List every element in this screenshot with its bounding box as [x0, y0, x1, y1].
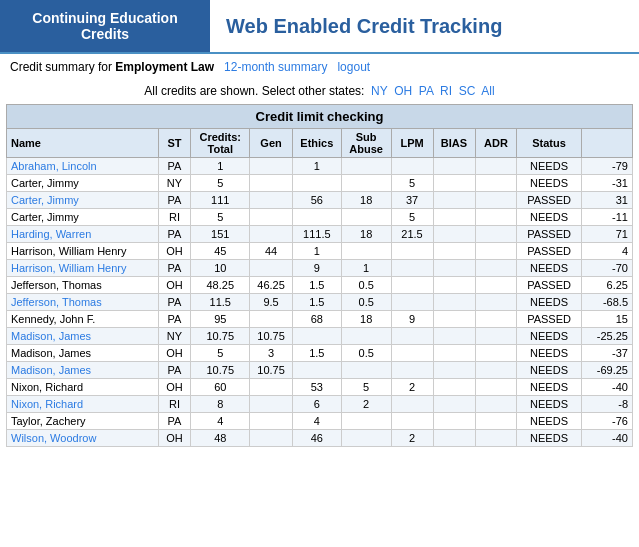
cell-name: Nixon, Richard: [7, 379, 159, 396]
cell-total: 95: [191, 311, 250, 328]
cell-total: 45: [191, 243, 250, 260]
cell-total: 5: [191, 345, 250, 362]
state-all-link[interactable]: All: [481, 84, 494, 98]
state-oh-link[interactable]: OH: [394, 84, 412, 98]
name-link[interactable]: Wilson, Woodrow: [11, 432, 96, 444]
cell-st: OH: [158, 379, 191, 396]
table-row: Harrison, William HenryPA1091NEEDS-70: [7, 260, 633, 277]
header: Continuing Education Credits Web Enabled…: [0, 0, 639, 54]
name-link[interactable]: Jefferson, Thomas: [11, 296, 102, 308]
cell-name: Jefferson, Thomas: [7, 294, 159, 311]
name-link[interactable]: Harrison, William Henry: [11, 262, 127, 274]
cell-gen: [250, 413, 293, 430]
state-ny-link[interactable]: NY: [371, 84, 387, 98]
cell-adr: [475, 345, 517, 362]
cell-gen: [250, 226, 293, 243]
cell-ethics: 4: [292, 413, 341, 430]
cell-subabuse: [341, 209, 391, 226]
cell-gen: 44: [250, 243, 293, 260]
cell-total: 151: [191, 226, 250, 243]
name-link[interactable]: Carter, Jimmy: [11, 194, 79, 206]
cell-ethics: 1.5: [292, 277, 341, 294]
cell-status: NEEDS: [517, 260, 581, 277]
cell-ethics: 56: [292, 192, 341, 209]
name-link[interactable]: Madison, James: [11, 364, 91, 376]
cell-adr: [475, 260, 517, 277]
col-header-total: Credits: Total: [191, 129, 250, 158]
cell-bias: [433, 209, 475, 226]
cell-ethics: 111.5: [292, 226, 341, 243]
name-link[interactable]: Abraham, Lincoln: [11, 160, 97, 172]
cell-num: -40: [581, 379, 632, 396]
cell-status: NEEDS: [517, 362, 581, 379]
cell-total: 4: [191, 413, 250, 430]
state-sc-link[interactable]: SC: [459, 84, 476, 98]
cell-adr: [475, 430, 517, 447]
cell-subabuse: 0.5: [341, 277, 391, 294]
header-title-text: Web Enabled Credit Tracking: [226, 15, 502, 38]
cell-name: Madison, James: [7, 328, 159, 345]
cell-num: -69.25: [581, 362, 632, 379]
cell-gen: [250, 430, 293, 447]
cell-num: -40: [581, 430, 632, 447]
cell-total: 48: [191, 430, 250, 447]
cell-gen: [250, 260, 293, 277]
cell-gen: [250, 379, 293, 396]
cell-subabuse: 5: [341, 379, 391, 396]
cell-total: 10: [191, 260, 250, 277]
name-link[interactable]: Nixon, Richard: [11, 398, 83, 410]
cell-num: 71: [581, 226, 632, 243]
cell-bias: [433, 430, 475, 447]
col-header-adr: ADR: [475, 129, 517, 158]
table-row: Jefferson, ThomasPA11.59.51.50.5NEEDS-68…: [7, 294, 633, 311]
cell-num: 31: [581, 192, 632, 209]
cell-subabuse: [341, 430, 391, 447]
cell-st: PA: [158, 413, 191, 430]
cell-status: NEEDS: [517, 345, 581, 362]
cell-total: 5: [191, 209, 250, 226]
state-ri-link[interactable]: RI: [440, 84, 452, 98]
table-row: Nixon, RichardRI862NEEDS-8: [7, 396, 633, 413]
cell-subabuse: [341, 158, 391, 175]
cell-total: 111: [191, 192, 250, 209]
table-row: Harding, WarrenPA151111.51821.5PASSED71: [7, 226, 633, 243]
cell-adr: [475, 311, 517, 328]
cell-adr: [475, 294, 517, 311]
cell-total: 10.75: [191, 362, 250, 379]
cell-status: NEEDS: [517, 328, 581, 345]
col-header-subabuse: Sub Abuse: [341, 129, 391, 158]
state-pa-link[interactable]: PA: [419, 84, 433, 98]
cell-subabuse: [341, 175, 391, 192]
cell-ethics: 1: [292, 158, 341, 175]
subheader-bold: Employment Law: [115, 60, 214, 74]
cell-lpm: [391, 328, 433, 345]
cell-bias: [433, 226, 475, 243]
cell-ethics: 9: [292, 260, 341, 277]
cell-gen: 10.75: [250, 362, 293, 379]
cell-ethics: [292, 362, 341, 379]
cell-subabuse: 1: [341, 260, 391, 277]
cell-status: NEEDS: [517, 430, 581, 447]
cell-st: PA: [158, 226, 191, 243]
cell-st: RI: [158, 209, 191, 226]
cell-subabuse: 2: [341, 396, 391, 413]
cell-subabuse: 18: [341, 311, 391, 328]
cell-ethics: 68: [292, 311, 341, 328]
cell-st: PA: [158, 260, 191, 277]
col-header-st: ST: [158, 129, 191, 158]
col-header-bias: BIAS: [433, 129, 475, 158]
cell-total: 8: [191, 396, 250, 413]
cell-subabuse: [341, 413, 391, 430]
cell-bias: [433, 362, 475, 379]
cell-status: PASSED: [517, 226, 581, 243]
12-month-summary-link[interactable]: 12-month summary: [224, 60, 327, 74]
cell-adr: [475, 226, 517, 243]
logout-link[interactable]: logout: [337, 60, 370, 74]
cell-adr: [475, 277, 517, 294]
cell-lpm: [391, 345, 433, 362]
cell-bias: [433, 396, 475, 413]
cell-lpm: [391, 362, 433, 379]
cell-st: PA: [158, 311, 191, 328]
name-link[interactable]: Harding, Warren: [11, 228, 91, 240]
name-link[interactable]: Madison, James: [11, 330, 91, 342]
